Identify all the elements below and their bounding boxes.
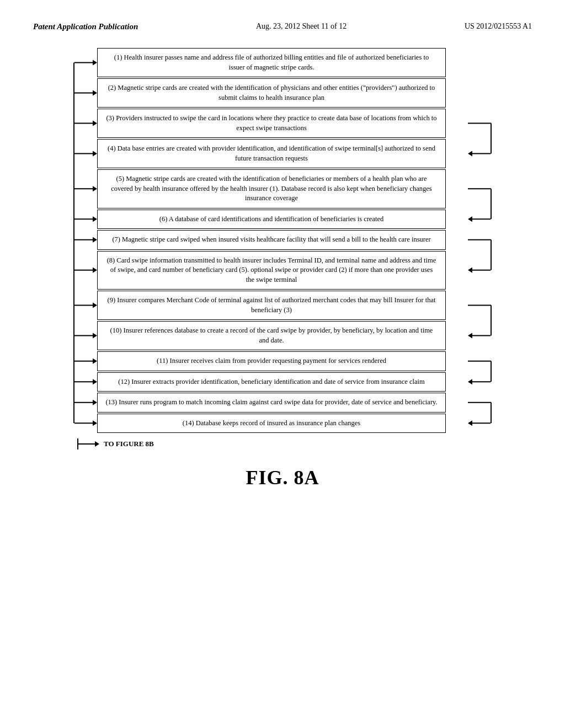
step-box-13: (13) Insurer runs program to match incom… — [97, 393, 446, 413]
svg-marker-52 — [468, 420, 472, 426]
svg-marker-32 — [468, 151, 472, 157]
svg-marker-24 — [93, 379, 97, 384]
svg-marker-28 — [93, 420, 97, 426]
svg-marker-22 — [93, 358, 97, 364]
svg-marker-4 — [93, 90, 97, 96]
svg-marker-26 — [93, 400, 97, 405]
diagram-container: (1) Health insurer passes name and addre… — [73, 48, 492, 434]
step-box-7: (7) Magnetic stripe card swiped when ins… — [97, 230, 446, 250]
svg-marker-18 — [93, 303, 97, 308]
header-left: Patent Application Publication — [33, 22, 138, 31]
fig-label: FIG. 8A — [33, 466, 532, 489]
step-box-2: (2) Magnetic stripe cards are created wi… — [97, 78, 446, 108]
step-box-8: (8) Card swipe information transmitted t… — [97, 251, 446, 290]
svg-marker-20 — [93, 333, 97, 339]
svg-marker-12 — [93, 216, 97, 222]
svg-marker-48 — [468, 379, 472, 384]
step-box-11: (11) Insurer receives claim from provide… — [97, 351, 446, 371]
step-box-4: (4) Data base entries are created with p… — [97, 139, 446, 168]
header: Patent Application Publication Aug. 23, … — [33, 22, 532, 31]
svg-marker-2 — [93, 60, 97, 66]
svg-marker-6 — [93, 121, 97, 126]
step-box-9: (9) Insurer compares Merchant Code of te… — [97, 291, 446, 320]
svg-marker-36 — [468, 216, 472, 222]
step-box-3: (3) Providers instructed to swipe the ca… — [97, 109, 446, 138]
step-box-6: (6) A database of card identifications a… — [97, 210, 446, 229]
svg-marker-44 — [468, 333, 472, 339]
svg-marker-10 — [93, 186, 97, 191]
to-figure-label: TO FIGURE 8B — [104, 440, 154, 448]
page: Patent Application Publication Aug. 23, … — [0, 0, 565, 728]
step-box-5: (5) Magnetic stripe cards are created wi… — [97, 169, 446, 208]
to-figure-row: TO FIGURE 8B — [77, 438, 532, 449]
svg-marker-40 — [468, 267, 472, 273]
step-box-10: (10) Insurer references database to crea… — [97, 321, 446, 350]
svg-marker-8 — [93, 151, 97, 157]
svg-marker-14 — [93, 237, 97, 243]
header-right: US 2012/0215553 A1 — [465, 22, 532, 31]
header-center: Aug. 23, 2012 Sheet 11 of 12 — [256, 22, 347, 31]
step-box-1: (1) Health insurer passes name and addre… — [97, 48, 446, 77]
step-box-12: (12) Insurer extracts provider identific… — [97, 372, 446, 392]
svg-marker-16 — [93, 267, 97, 273]
step-box-14: (14) Database keeps record of insured as… — [97, 414, 446, 433]
